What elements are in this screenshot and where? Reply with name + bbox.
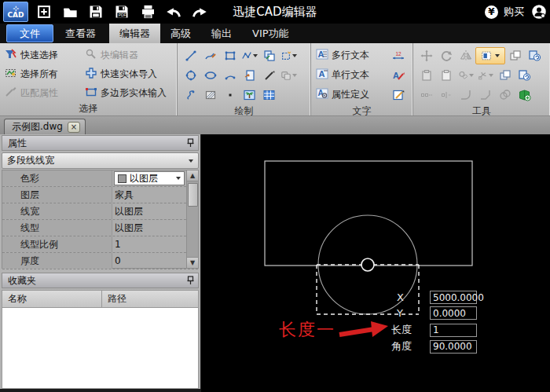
- menu-output[interactable]: 输出: [201, 24, 242, 43]
- quick-entity-import-label: 快速实体导入: [101, 68, 157, 81]
- select-all-icon: [5, 67, 17, 82]
- quick-select-button[interactable]: 快速选择: [5, 46, 85, 64]
- insert-block-icon[interactable]: [259, 47, 279, 64]
- group-icon[interactable]: [495, 86, 515, 104]
- image-icon[interactable]: [240, 86, 259, 104]
- cad-logo-icon[interactable]: ⊹ CAD: [3, 2, 28, 22]
- save-button[interactable]: [86, 2, 105, 21]
- copy-nested-objects2-icon[interactable]: [495, 67, 515, 84]
- undo-button[interactable]: [164, 2, 183, 21]
- move-icon[interactable]: [416, 47, 436, 64]
- coord-angle-input[interactable]: 90.0000: [430, 340, 477, 354]
- mtext-button[interactable]: A 多行文本: [316, 46, 369, 65]
- dimension-text-icon[interactable]: 12: [388, 47, 408, 64]
- scroll-down-icon[interactable]: ▼: [187, 257, 198, 268]
- drawing-canvas[interactable]: X 5000.0000 Y 0.0000 长度 1 角度 90.0000 长度一: [201, 134, 550, 392]
- favorites-column-name[interactable]: 名称: [2, 291, 102, 307]
- favorites-column-path[interactable]: 路径: [102, 291, 126, 307]
- hatch-icon[interactable]: [200, 86, 220, 104]
- line-icon[interactable]: [181, 47, 200, 64]
- color-swatch: [118, 174, 126, 183]
- selection-display-dropdown[interactable]: [475, 47, 505, 64]
- menu-vip[interactable]: VIP功能: [242, 24, 299, 43]
- property-label: 线型: [2, 220, 112, 236]
- ellipse-icon[interactable]: [200, 67, 220, 84]
- scroll-thumb[interactable]: [188, 183, 198, 207]
- property-value[interactable]: 0: [112, 255, 198, 266]
- favorites-panel-title: 收藏夹: [8, 274, 36, 288]
- quick-select-icon: [5, 48, 17, 63]
- fillet-icon[interactable]: [456, 86, 475, 104]
- wipeout-icon[interactable]: [279, 67, 299, 84]
- property-type-dropdown[interactable]: 多段线线宽: [2, 152, 199, 169]
- section-label-select: 选择: [0, 102, 177, 117]
- save-as-pdf-button[interactable]: PDF: [112, 2, 131, 21]
- pin-icon[interactable]: [187, 138, 194, 148]
- match-properties-label: 匹配属性: [20, 86, 58, 100]
- coord-y-input[interactable]: 0.0000: [430, 306, 477, 320]
- scroll-up-icon[interactable]: ▲: [187, 170, 198, 181]
- print-button[interactable]: [138, 2, 157, 21]
- open-file-button[interactable]: [60, 2, 79, 21]
- rotate-icon[interactable]: [436, 47, 456, 64]
- properties-panel-title: 属性: [8, 137, 27, 150]
- document-tab[interactable]: 示例图.dwg ×: [4, 119, 86, 134]
- buy-button[interactable]: 购买: [504, 5, 524, 19]
- arc-icon[interactable]: [220, 67, 240, 84]
- paste-icon[interactable]: [416, 67, 436, 84]
- new-file-button[interactable]: [35, 2, 53, 21]
- polygon-entity-input-button[interactable]: 多边形实体输入: [85, 83, 167, 102]
- add-to-library-icon[interactable]: [515, 86, 534, 104]
- edit-text-icon[interactable]: [388, 86, 408, 104]
- spell-check-icon[interactable]: A: [388, 67, 408, 84]
- pin-icon[interactable]: [187, 276, 194, 285]
- color-dropdown[interactable]: 以图层: [114, 171, 185, 185]
- table-icon[interactable]: [259, 86, 279, 104]
- explode-icon[interactable]: [475, 67, 495, 84]
- ole-object-icon[interactable]: [240, 67, 259, 84]
- redo-button[interactable]: [190, 2, 209, 21]
- favorites-list[interactable]: [2, 308, 199, 389]
- mirror-icon[interactable]: [456, 47, 475, 64]
- rectangle-icon[interactable]: [220, 47, 240, 64]
- coord-length-input[interactable]: 1: [430, 324, 477, 337]
- coord-length-row: 长度 1: [391, 323, 477, 337]
- attribute-define-button[interactable]: A 属性定义: [316, 86, 369, 104]
- property-value[interactable]: 以图层: [112, 222, 198, 235]
- align-icon[interactable]: [416, 86, 436, 104]
- sketch-icon[interactable]: [200, 47, 220, 64]
- coord-x-input[interactable]: 5000.0000: [430, 291, 477, 304]
- match-properties-button[interactable]: 匹配属性: [5, 83, 85, 102]
- boundary-icon[interactable]: [279, 47, 299, 64]
- ribbon-section-select: 快速选择 选择所有 匹配属性 块编辑器: [0, 43, 178, 115]
- distribute-icon[interactable]: [436, 86, 456, 104]
- property-value[interactable]: 家具: [112, 189, 198, 202]
- account-icon[interactable]: [530, 2, 548, 21]
- center-grip-circle: [361, 258, 374, 271]
- tab-close-icon[interactable]: ×: [68, 122, 80, 133]
- quick-entity-import-button[interactable]: 快速实体导入: [85, 64, 167, 83]
- block-editor-button[interactable]: 块编辑器: [85, 46, 167, 64]
- polyline-icon[interactable]: [240, 47, 259, 64]
- menu-viewer[interactable]: 查看器: [55, 24, 106, 43]
- point-icon[interactable]: [220, 86, 240, 104]
- pen-icon[interactable]: [259, 67, 279, 84]
- attribute-define-label: 属性定义: [332, 88, 369, 101]
- property-value[interactable]: 以图层: [112, 205, 198, 218]
- menu-file[interactable]: 文件: [6, 24, 53, 42]
- update-block-icon[interactable]: [525, 47, 544, 64]
- property-value[interactable]: 1: [112, 239, 198, 250]
- paste-special-icon[interactable]: [436, 67, 456, 84]
- menu-advanced[interactable]: 高级: [160, 24, 201, 43]
- circle-icon[interactable]: [181, 67, 200, 84]
- spline-icon[interactable]: [181, 86, 200, 104]
- select-all-button[interactable]: 选择所有: [5, 64, 85, 83]
- property-scrollbar[interactable]: ▲ ▼: [186, 170, 198, 268]
- erase-icon[interactable]: [456, 67, 475, 84]
- update-block2-icon[interactable]: [515, 67, 534, 84]
- copy-nested-objects-icon[interactable]: [505, 47, 525, 64]
- coord-x-label: X: [397, 291, 430, 303]
- menu-editor[interactable]: 编辑器: [109, 24, 160, 43]
- chamfer-icon[interactable]: [475, 86, 495, 104]
- stext-button[interactable]: A 单行文本: [316, 66, 369, 85]
